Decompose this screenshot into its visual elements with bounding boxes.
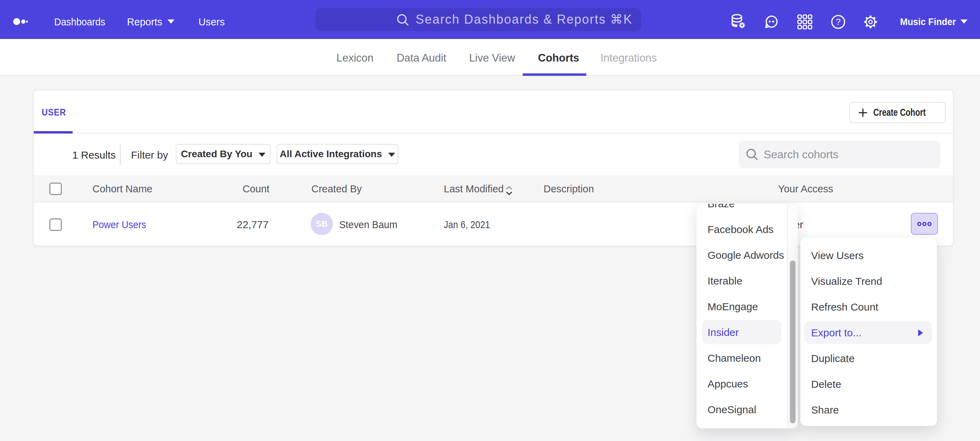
svg-text:?: ?	[836, 17, 841, 27]
